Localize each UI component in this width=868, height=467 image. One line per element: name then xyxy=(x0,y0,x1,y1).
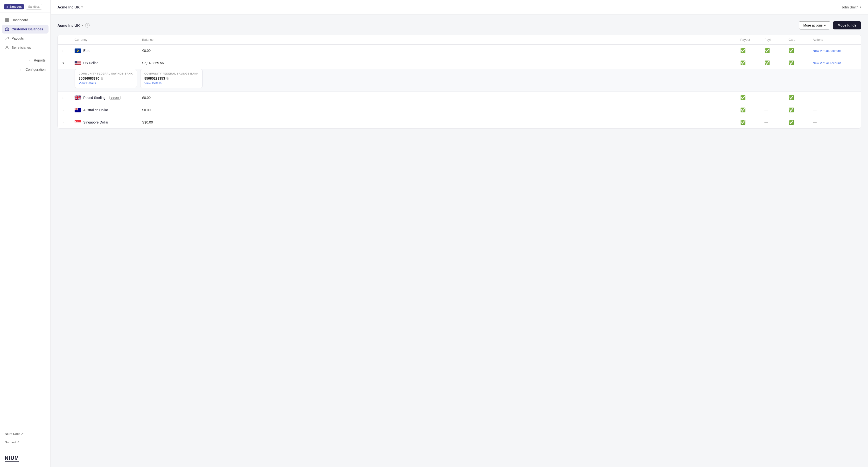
dropdown-arrow-icon: ▾ xyxy=(824,23,826,27)
currency-cell: US Dollar xyxy=(74,61,142,65)
payout-cell: ✅ xyxy=(740,95,765,100)
table-row: › Australian Dollar $0.00 ✅ xyxy=(58,104,861,116)
copy-icon[interactable]: ⎘ xyxy=(101,77,102,80)
card-cell: ✅ xyxy=(788,60,813,66)
dash-icon: — xyxy=(765,120,768,124)
bank-cards: COMMUNITY FEDERAL SAVINGS BANK 850869833… xyxy=(74,69,856,88)
user-name: John Smith xyxy=(841,5,858,9)
balance-cell: S$0.00 xyxy=(142,120,740,124)
sidebar-item-configuration[interactable]: › Configuration xyxy=(2,65,49,74)
company-dropdown-arrow: ▾ xyxy=(81,5,83,9)
check-icon: ✅ xyxy=(788,120,794,125)
check-icon: ✅ xyxy=(765,61,770,65)
page-company-name: Acme Inc UK xyxy=(57,23,80,28)
sidebar-item-payouts[interactable]: Payouts xyxy=(2,34,49,43)
currency-label: Euro xyxy=(83,49,91,53)
account-number-1: 85086983370 ⎘ xyxy=(79,76,133,80)
dash-icon: — xyxy=(765,108,768,112)
move-funds-button[interactable]: Move funds xyxy=(833,21,861,29)
sidebar-item-label: Customer Balances xyxy=(11,27,43,31)
flag-au xyxy=(74,108,81,112)
sidebar-item-reports[interactable]: › Reports xyxy=(2,56,49,65)
sidebar: Sandbox Sandbox Dashboard Customer Balan… xyxy=(0,0,51,467)
sandbox-filled-badge[interactable]: Sandbox xyxy=(4,4,24,9)
sidebar-item-label: Configuration xyxy=(26,68,45,71)
check-icon: ✅ xyxy=(740,108,746,112)
check-icon: ✅ xyxy=(788,95,794,100)
new-virtual-account-link[interactable]: New Virtual Account xyxy=(813,61,841,65)
flag-eu xyxy=(74,48,81,53)
flag-sg xyxy=(74,120,81,125)
svg-point-6 xyxy=(6,46,8,47)
svg-rect-1 xyxy=(7,18,9,20)
expand-toggle[interactable]: › xyxy=(63,96,74,100)
top-bar-company[interactable]: Acme Inc UK ▾ xyxy=(57,5,83,9)
flag-gb xyxy=(74,96,81,100)
actions-cell: — xyxy=(813,96,856,100)
check-icon: ✅ xyxy=(765,48,770,53)
page-company-dropdown[interactable]: ▾ xyxy=(82,24,83,27)
balance-cell: $0.00 xyxy=(142,108,740,112)
card-cell: ✅ xyxy=(788,95,813,100)
page-header-left: Acme Inc UK ▾ i xyxy=(57,23,90,28)
payout-cell: ✅ xyxy=(740,60,765,66)
sidebar-item-label: Dashboard xyxy=(11,18,28,22)
col-payout: Payout xyxy=(740,38,765,41)
table-row: › Singapore Dollar xyxy=(58,116,861,128)
main-content: Acme Inc UK ▾ John Smith ▾ Acme Inc UK ▾… xyxy=(51,0,868,467)
bank-card-1: COMMUNITY FEDERAL SAVINGS BANK 850869833… xyxy=(74,69,137,88)
sidebar-item-support[interactable]: Support ↗ xyxy=(2,438,49,446)
sidebar-item-dashboard[interactable]: Dashboard xyxy=(2,16,49,24)
card-cell: ✅ xyxy=(788,48,813,53)
check-icon: ✅ xyxy=(740,95,746,100)
more-actions-button[interactable]: More actions ▾ xyxy=(799,21,830,29)
actions-cell: — xyxy=(813,108,856,112)
view-details-link-2[interactable]: View Details xyxy=(144,81,161,85)
sidebar-item-nium-docs[interactable]: Nium Docs ↗ xyxy=(2,430,49,438)
col-balance: Balance xyxy=(142,38,740,41)
new-virtual-account-link[interactable]: New Virtual Account xyxy=(813,49,841,53)
col-currency: Currency xyxy=(74,38,142,41)
sidebar-item-label: Beneficiaries xyxy=(11,45,31,49)
page-header-actions: More actions ▾ Move funds xyxy=(799,21,861,29)
currency-label: Singapore Dollar xyxy=(83,120,108,124)
currency-label: Australian Dollar xyxy=(83,108,108,112)
svg-rect-2 xyxy=(5,20,7,22)
sidebar-item-customer-balances[interactable]: Customer Balances xyxy=(2,25,49,34)
payout-cell: ✅ xyxy=(740,48,765,53)
payout-cell: ✅ xyxy=(740,120,765,125)
sidebar-item-beneficiaries[interactable]: Beneficiaries xyxy=(2,43,49,52)
table-row: › Pound Sterling default £0.00 xyxy=(58,92,861,104)
page-header: Acme Inc UK ▾ i More actions ▾ Move fund… xyxy=(57,21,861,29)
table-header: Currency Balance Payout Payin Card Actio… xyxy=(58,35,861,45)
info-icon[interactable]: i xyxy=(85,23,90,28)
usd-sub-accounts: COMMUNITY FEDERAL SAVINGS BANK 850869833… xyxy=(58,69,861,92)
expand-toggle-open[interactable]: ▾ xyxy=(63,61,74,65)
check-icon: ✅ xyxy=(740,120,746,125)
payin-cell: — xyxy=(765,96,788,100)
content-area: Acme Inc UK ▾ i More actions ▾ Move fund… xyxy=(51,14,868,467)
card-cell: ✅ xyxy=(788,107,813,113)
chevron-right-icon: › xyxy=(27,58,31,63)
expand-toggle[interactable]: › xyxy=(63,121,74,124)
dash-icon: — xyxy=(813,120,816,124)
view-details-link-1[interactable]: View Details xyxy=(79,81,96,85)
top-bar-user[interactable]: John Smith ▾ xyxy=(841,5,861,9)
svg-rect-4 xyxy=(5,28,9,31)
copy-icon[interactable]: ⎘ xyxy=(166,77,168,80)
person-icon xyxy=(5,45,9,50)
nium-logo: NIUM xyxy=(0,452,51,467)
account-number-2: 85085293353 ⎘ xyxy=(144,76,198,80)
expand-toggle[interactable]: › xyxy=(63,108,74,112)
check-icon: ✅ xyxy=(788,48,794,53)
balance-cell: €0.00 xyxy=(142,49,740,53)
balance-cell: $7,149,859.56 xyxy=(142,61,740,65)
actions-cell: New Virtual Account xyxy=(813,61,856,65)
sidebar-top: Sandbox Sandbox xyxy=(0,0,51,13)
expand-toggle[interactable]: › xyxy=(63,49,74,53)
svg-rect-3 xyxy=(7,20,9,22)
sandbox-outline-badge[interactable]: Sandbox xyxy=(26,4,42,10)
check-icon: ✅ xyxy=(788,108,794,112)
dash-icon: — xyxy=(765,96,768,100)
currency-cell: Australian Dollar xyxy=(74,108,142,112)
